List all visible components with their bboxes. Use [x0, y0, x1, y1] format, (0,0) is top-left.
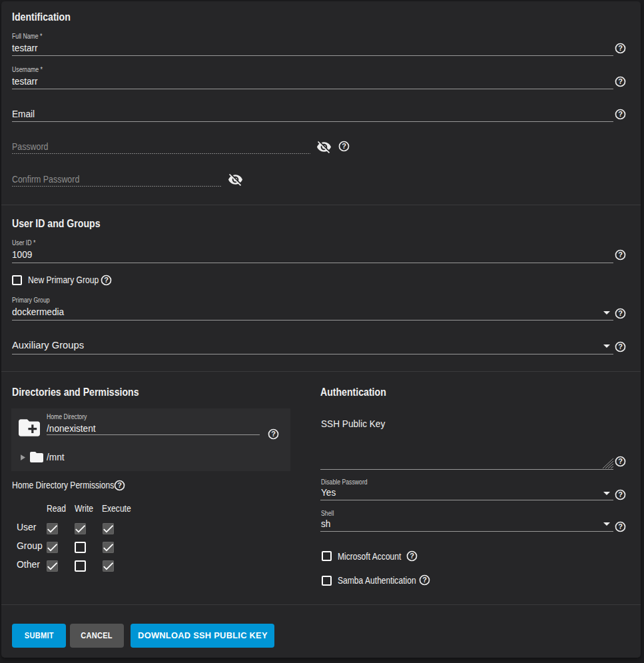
svg-text:?: ? [618, 522, 623, 530]
svg-text:?: ? [271, 430, 276, 438]
svg-text:?: ? [117, 481, 122, 489]
svg-text:?: ? [104, 276, 109, 284]
svg-text:?: ? [618, 342, 623, 350]
svg-text:?: ? [422, 576, 427, 584]
svg-text:?: ? [410, 552, 414, 560]
svg-text:?: ? [618, 110, 623, 118]
svg-text:?: ? [618, 77, 623, 85]
svg-text:?: ? [342, 142, 346, 150]
svg-text:?: ? [618, 251, 623, 259]
svg-text:?: ? [618, 44, 623, 52]
svg-text:?: ? [618, 490, 623, 498]
svg-text:?: ? [618, 457, 623, 465]
svg-text:?: ? [618, 309, 623, 317]
